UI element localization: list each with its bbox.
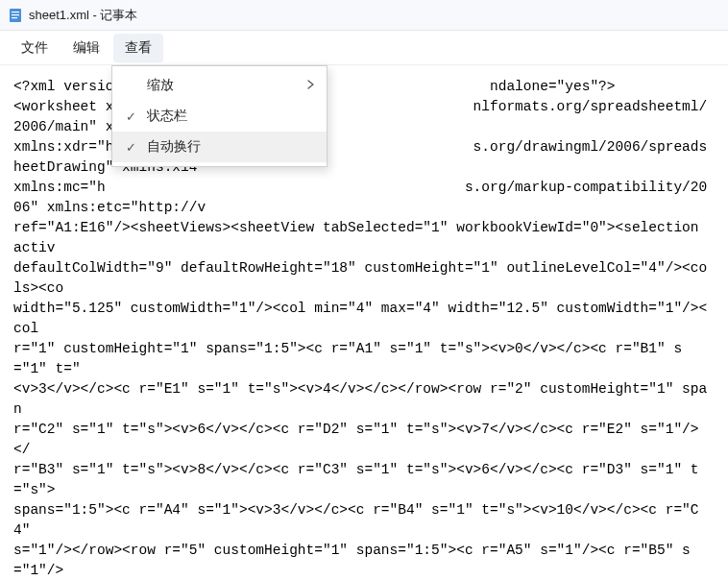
menu-edit[interactable]: 编辑	[61, 34, 111, 62]
chevron-right-icon	[307, 79, 315, 92]
menu-view[interactable]: 查看	[113, 34, 163, 62]
svg-rect-2	[12, 14, 19, 15]
svg-rect-1	[12, 12, 19, 12]
menu-statusbar-label: 状态栏	[147, 108, 315, 125]
check-icon: ✓	[126, 140, 147, 155]
menu-zoom-label: 缩放	[147, 77, 307, 94]
text-area[interactable]: <?xml version ndalone="yes"?> <worksheet…	[0, 65, 728, 580]
title-bar: sheet1.xml - 记事本	[0, 0, 728, 31]
menu-statusbar[interactable]: ✓ 状态栏	[112, 101, 327, 132]
view-dropdown: 缩放 ✓ 状态栏 ✓ 自动换行	[111, 65, 328, 167]
menu-file[interactable]: 文件	[10, 34, 60, 62]
svg-rect-3	[12, 17, 17, 18]
menu-bar: 文件 编辑 查看	[0, 31, 728, 65]
menu-wordwrap-label: 自动换行	[147, 138, 315, 156]
window-title: sheet1.xml - 记事本	[29, 7, 137, 24]
menu-wordwrap[interactable]: ✓ 自动换行	[112, 132, 327, 162]
check-icon: ✓	[126, 109, 147, 124]
menu-zoom[interactable]: 缩放	[112, 70, 327, 101]
app-icon	[8, 8, 23, 23]
